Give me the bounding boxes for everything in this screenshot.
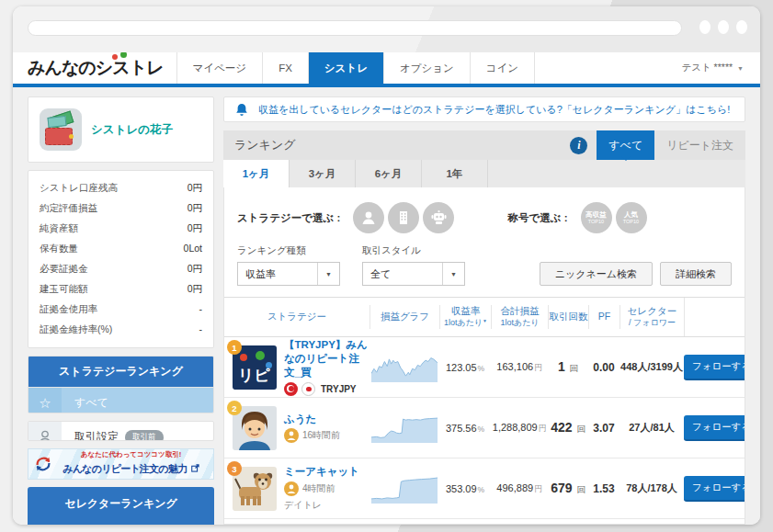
wallet-icon [40,108,82,151]
ranking-tab-all[interactable]: すべて [597,130,654,160]
desktop-background: みんなのシストレ マイページ FX シストレ オプション コイン テスト ***… [0,0,773,532]
trade-count-cell: 679 回 [548,481,588,496]
nickname-search-button[interactable]: ニックネーム検索 [540,262,653,286]
nav-item-coin[interactable]: コイン [471,52,535,84]
notice-text: 収益を出しているセレクターはどのストラテジーを選択している?「セレクターランキン… [258,103,730,117]
star-icon: ☆ [28,388,62,413]
address-bar[interactable] [28,20,682,36]
popular-top10-filter[interactable]: 人気 TOP10 [616,202,647,233]
trade-count-cell: 1 回 [548,359,588,375]
strategy-filter-label: ストラテジーで選ぶ : [237,211,340,225]
robot-strategy-filter[interactable] [423,202,454,233]
period-tab-1y[interactable]: 1年 [422,160,488,187]
stat-label: 証拠金維持率(%) [40,323,112,336]
pf-cell: 0.00 [588,361,620,374]
pre-trade-badge: 取引前 [125,430,164,441]
circular-arrows-icon [33,454,53,474]
repeat-order-banner[interactable]: あなたに代わってコツコツ取引! みんなのリピート注文の魅力 [28,448,214,480]
stat-label: 建玉可能額 [40,283,88,296]
nav-item-option[interactable]: オプション [384,52,471,84]
table-row: 1 リピ 【TRYJPY】みんなのリピート注文_買 [224,337,745,398]
period-tabs: 1ヶ月 3ヶ月 6ヶ月 1年 [223,160,745,187]
high-profit-top10-filter[interactable]: 高収益 TOP10 [581,202,612,233]
follow-button[interactable]: フォローする [684,415,745,441]
sidebar-item-label: すべて [62,388,213,413]
stat-value: 0円 [188,263,202,276]
browser-button[interactable] [699,20,710,34]
col-header-return[interactable]: 収益率 1lotあたり▼ [439,305,491,328]
nav-item-mypage[interactable]: マイページ [177,52,264,84]
notice-bar[interactable]: 収益を出しているセレクターはどのストラテジーを選択している?「セレクターランキン… [223,96,745,122]
detail-search-button[interactable]: 詳細検索 [660,262,732,286]
total-pl-cell: 496,889円 [491,482,548,495]
col-header-trades: 取引回数 [548,305,588,328]
browser-button[interactable] [736,20,747,34]
stat-label: シストレ口座残高 [40,182,118,195]
sidebar-item-label: 取引設定 取引前 [62,422,213,441]
followers-cell: 78人/178人 [620,481,684,495]
col-header-strategy: ストラテジー [224,305,369,328]
period-tab-3m[interactable]: 3ヶ月 [290,160,356,187]
ranking-type-select[interactable]: 収益率 ▼ [237,262,340,286]
pf-cell: 3.07 [588,422,620,435]
title-filters: 高収益 TOP10 人気 TOP10 [581,202,647,233]
nav-item-systore[interactable]: シストレ [309,52,384,84]
stat-row: 保有数量 0Lot [40,239,202,259]
total-pl-cell: 1,288,809円 [491,422,548,435]
app-header: みんなのシストレ マイページ FX シストレ オプション コイン テスト ***… [13,52,760,84]
info-icon[interactable]: i [570,137,587,154]
period-tab-6m[interactable]: 6ヶ月 [356,160,422,187]
rank-badge: 3 [227,461,242,476]
stat-label: 必要証拠金 [40,263,88,276]
robot-icon [430,209,448,226]
corporate-strategy-filter[interactable] [388,202,419,233]
sidebar-item-all[interactable]: ☆ すべて [28,387,213,413]
stat-row: 必要証拠金 0円 [40,259,202,279]
col-header-graph: 損益グラフ [369,305,439,328]
filters: ストラテジーで選ぶ : [224,187,745,297]
person-icon [360,209,377,226]
trade-settings-card: 取引設定 取引前 [28,421,214,441]
strategy-type-filters [353,202,454,233]
selector-ranking-menu-title[interactable]: セレクターランキング [28,487,214,525]
stat-label: 証拠金使用率 [40,303,97,316]
table-row: 3 [224,458,745,519]
nav-item-fx[interactable]: FX [263,52,309,84]
ranking-bar: ランキング i すべて リピート注文 [223,130,745,160]
rank-badge: 2 [227,401,242,415]
strategy-ranking-menu: ストラテジーランキング ☆ すべて ⇄ リピート注文 [28,356,214,413]
account-stats-card: シストレ口座残高 0円 約定評価損益 0円 純資産額 0円 保有数量 [28,170,214,348]
follow-button[interactable]: フォローする [684,476,745,502]
badge-label: 人気 [624,210,638,219]
gold-member-icon [284,481,299,496]
trade-count-cell: 422 回 [548,420,588,436]
stat-label: 約定評価損益 [40,202,97,215]
avatar-text: リピ [238,365,270,386]
col-header-action [684,298,745,336]
stat-row: 純資産額 0円 [40,219,202,239]
browser-buttons [699,20,747,34]
title-filter-label: 称号で選ぶ : [507,211,567,225]
strategy-name-link[interactable]: ふうた [284,413,340,426]
app-logo[interactable]: みんなのシストレ [28,56,176,80]
building-icon [396,209,411,226]
strategy-name-link[interactable]: ミーアキャット [284,465,359,479]
followers-cell: 27人/81人 [620,421,684,435]
strategy-name-link[interactable]: 【TRYJPY】みんなのリピート注文_買 [284,338,369,379]
browser-button[interactable] [718,20,729,34]
return-rate-cell: 375.56% [439,423,491,434]
stat-row: 建玉可能額 0円 [40,279,202,300]
rank-badge: 1 [227,340,242,355]
pl-graph [369,353,439,382]
trade-style-select[interactable]: 全て ▼ [362,262,465,286]
account-menu[interactable]: テスト ***** ▼ [681,62,744,74]
period-tab-1m[interactable]: 1ヶ月 [223,160,290,187]
profile-card[interactable]: シストレの花子 [28,96,214,163]
ranking-tab-repeat[interactable]: リピート注文 [654,130,745,160]
sidebar-item-trade-settings[interactable]: 取引設定 取引前 [28,422,213,441]
human-strategy-filter[interactable] [353,202,384,233]
follow-button[interactable]: フォローする [684,355,745,380]
stat-row: 約定評価損益 0円 [40,198,202,219]
logo-dots-icon [112,52,127,60]
stat-value: 0Lot [184,243,202,255]
